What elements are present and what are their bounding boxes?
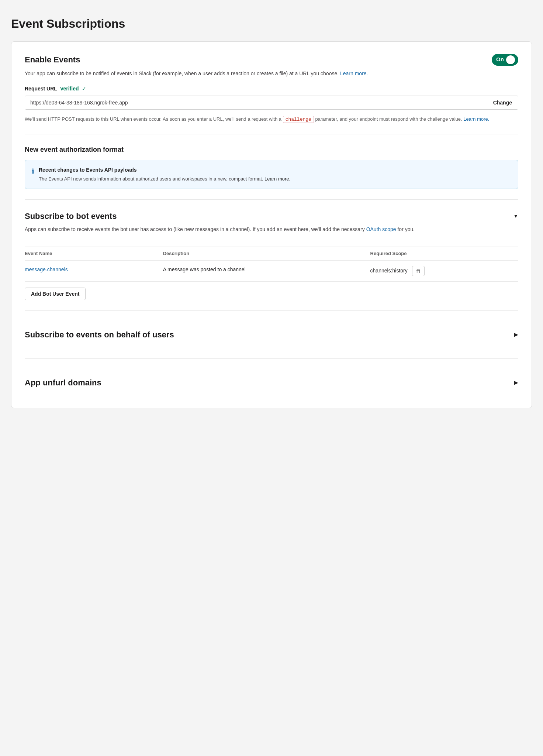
add-bot-user-event-button[interactable]: Add Bot User Event: [25, 288, 86, 300]
http-note-learn-more[interactable]: Learn more.: [463, 116, 489, 122]
divider-2: [25, 199, 518, 200]
page-title: Event Subscriptions: [11, 15, 532, 32]
request-url-label-row: Request URL Verified ✓: [25, 85, 518, 93]
subscribe-user-events-title: Subscribe to events on behalf of users: [25, 329, 174, 341]
table-row: message.channels A message was posted to…: [25, 260, 518, 281]
event-name-cell: message.channels: [25, 260, 163, 281]
verified-check-icon: ✓: [82, 85, 86, 93]
enable-events-description: Your app can subscribe to be notified of…: [25, 69, 518, 78]
challenge-badge: challenge: [283, 116, 314, 123]
toggle-label: On: [496, 55, 504, 64]
toggle-knob: [506, 55, 515, 64]
event-name-link[interactable]: message.channels: [25, 267, 68, 272]
request-url-input[interactable]: [25, 96, 487, 109]
toggle-container: On: [492, 54, 518, 66]
change-url-button[interactable]: Change: [487, 96, 518, 109]
col-description: [163, 241, 370, 247]
divider-3: [25, 310, 518, 311]
enable-events-learn-more[interactable]: Learn more.: [340, 71, 368, 76]
enable-events-toggle[interactable]: On: [492, 54, 518, 66]
info-icon: ℹ: [32, 166, 34, 176]
http-note: We'll send HTTP POST requests to this UR…: [25, 116, 518, 124]
info-box-description: The Events API now sends information abo…: [39, 175, 290, 183]
scope-cell-content: channels:history 🗑: [370, 266, 514, 276]
event-scope-cell: channels:history 🗑: [370, 260, 518, 281]
url-input-row: Change: [25, 96, 518, 110]
info-box-title: Recent changes to Events API payloads: [39, 166, 290, 174]
subscribe-user-events-section[interactable]: Subscribe to events on behalf of users ▶: [25, 321, 518, 348]
divider-1: [25, 134, 518, 134]
new-auth-format-title: New event authorization format: [25, 145, 518, 155]
main-card: Enable Events On Your app can subscribe …: [11, 41, 532, 408]
col-event-name: [25, 241, 163, 247]
request-url-label: Request URL: [25, 85, 57, 93]
enable-events-header: Enable Events On: [25, 54, 518, 66]
info-box: ℹ Recent changes to Events API payloads …: [25, 160, 518, 189]
app-unfurl-chevron: ▶: [514, 379, 518, 386]
subscribe-user-events-chevron: ▶: [514, 331, 518, 339]
col-required-scope-label: Required Scope: [370, 247, 518, 261]
required-scope-value: channels:history: [370, 267, 408, 275]
col-event-name-label: Event Name: [25, 247, 163, 261]
verified-label: Verified: [60, 85, 79, 93]
trash-icon: 🗑: [416, 268, 421, 274]
enable-events-title: Enable Events: [25, 54, 80, 66]
info-content: Recent changes to Events API payloads Th…: [39, 166, 290, 183]
subscribe-bot-events-header[interactable]: Subscribe to bot events ▼: [25, 210, 518, 222]
oauth-scope-link[interactable]: OAuth scope: [366, 226, 396, 232]
col-description-label: Description: [163, 247, 370, 261]
events-table-labels: Event Name Description Required Scope: [25, 247, 518, 261]
events-table: Event Name Description Required Scope me…: [25, 241, 518, 282]
events-table-label-row: Event Name Description Required Scope: [25, 247, 518, 261]
events-table-header-row: [25, 241, 518, 247]
app-unfurl-title: App unfurl domains: [25, 377, 101, 389]
delete-event-button[interactable]: 🗑: [412, 266, 425, 276]
info-box-learn-more[interactable]: Learn more.: [264, 176, 290, 182]
events-table-body: message.channels A message was posted to…: [25, 260, 518, 281]
subscribe-bot-events-title: Subscribe to bot events: [25, 210, 117, 222]
col-required-scope: [370, 241, 518, 247]
subscribe-bot-events-chevron: ▼: [513, 212, 518, 220]
divider-4: [25, 358, 518, 359]
events-table-head: [25, 241, 518, 247]
app-unfurl-section[interactable]: App unfurl domains ▶: [25, 369, 518, 396]
subscribe-bot-events-desc: Apps can subscribe to receive events the…: [25, 225, 518, 233]
event-description-cell: A message was posted to a channel: [163, 260, 370, 281]
